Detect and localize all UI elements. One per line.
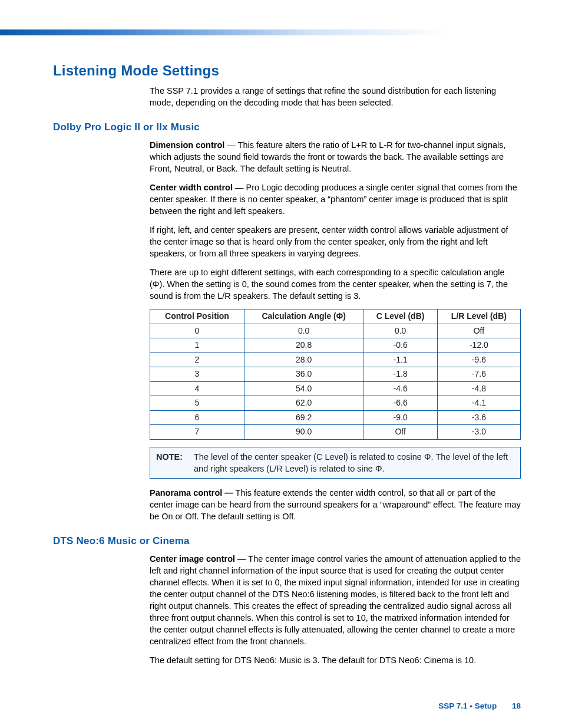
dimension-control-paragraph: Dimension control — This feature alters … [150, 139, 521, 174]
th-calc-angle: Calculation Angle (Φ) [244, 309, 363, 324]
panorama-control-label: Panorama control — [150, 488, 233, 498]
center-image-paragraph: Center image control — The center image … [150, 553, 521, 647]
cell: -9.0 [363, 410, 437, 425]
center-width-label: Center width control [150, 183, 233, 192]
cell: 4 [150, 381, 244, 396]
cell: -0.6 [363, 338, 437, 353]
note-label: NOTE: [156, 451, 194, 475]
center-image-label: Center image control [150, 554, 235, 564]
section-heading-dts: DTS Neo:6 Music or Cinema [53, 535, 521, 547]
table-row: 3 36.0 -1.8 -7.6 [150, 367, 521, 382]
cell: 3 [150, 367, 244, 382]
table-row: 6 69.2 -9.0 -3.6 [150, 410, 521, 425]
note-box: NOTE: The level of the center speaker (C… [150, 447, 521, 479]
table-header-row: Control Position Calculation Angle (Φ) C… [150, 309, 521, 324]
cell: -4.1 [437, 396, 520, 411]
cell: 2 [150, 353, 244, 367]
th-control-position: Control Position [150, 309, 244, 324]
cell: -6.6 [363, 396, 437, 411]
center-width-paragraph-2: If right, left, and center speakers are … [150, 224, 521, 259]
document-page: Listening Mode Settings The SSP 7.1 prov… [0, 35, 562, 728]
cell: 0 [150, 324, 244, 338]
cell: -1.1 [363, 353, 437, 367]
page-footer: SSP 7.1 • Setup 18 [53, 701, 521, 710]
th-c-level: C Level (dB) [363, 309, 437, 324]
cell: -4.8 [437, 381, 520, 396]
footer-page-number: 18 [512, 701, 521, 710]
dts-defaults-paragraph: The default setting for DTS Neo6: Music … [150, 654, 521, 666]
cell: 0.0 [363, 324, 437, 338]
intro-paragraph: The SSP 7.1 provides a range of settings… [150, 85, 521, 108]
cell: -9.6 [437, 353, 520, 367]
header-accent-bar [0, 29, 562, 35]
cell: -12.0 [437, 338, 520, 353]
dimension-control-label: Dimension control [150, 140, 224, 150]
footer-doc-title: SSP 7.1 • Setup [438, 701, 497, 710]
th-lr-level: L/R Level (dB) [437, 309, 520, 324]
table-row: 2 28.0 -1.1 -9.6 [150, 353, 521, 367]
dts-content: Center image control — The center image … [150, 553, 521, 666]
cell: -3.6 [437, 410, 520, 425]
cell: 7 [150, 425, 244, 440]
cell: Off [437, 324, 520, 338]
cell: -1.8 [363, 367, 437, 382]
cell: -3.0 [437, 425, 520, 440]
cell: 1 [150, 338, 244, 353]
cell: 5 [150, 396, 244, 411]
section-heading-dolby: Dolby Pro Logic II or IIx Music [53, 121, 521, 133]
cell: 62.0 [244, 396, 363, 411]
center-width-paragraph-3: There are up to eight different settings… [150, 266, 521, 302]
table-row: 5 62.0 -6.6 -4.1 [150, 396, 521, 411]
cell: 28.0 [244, 353, 363, 367]
center-width-table: Control Position Calculation Angle (Φ) C… [150, 309, 521, 440]
center-width-paragraph-1: Center width control — Pro Logic decodin… [150, 182, 521, 217]
note-text: The level of the center speaker (C Level… [194, 451, 514, 475]
center-image-text: — The center image control varies the am… [150, 554, 521, 646]
cell: Off [363, 425, 437, 440]
cell: -4.6 [363, 381, 437, 396]
table-row: 7 90.0 Off -3.0 [150, 425, 521, 440]
cell: 54.0 [244, 381, 363, 396]
cell: 6 [150, 410, 244, 425]
cell: 69.2 [244, 410, 363, 425]
cell: 0.0 [244, 324, 363, 338]
cell: 36.0 [244, 367, 363, 382]
table-row: 4 54.0 -4.6 -4.8 [150, 381, 521, 396]
cell: 20.8 [244, 338, 363, 353]
dolby-content: Dimension control — This feature alters … [150, 139, 521, 522]
cell: -7.6 [437, 367, 520, 382]
page-title: Listening Mode Settings [53, 62, 521, 79]
table-row: 0 0.0 0.0 Off [150, 324, 521, 338]
table-row: 1 20.8 -0.6 -12.0 [150, 338, 521, 353]
panorama-control-paragraph: Panorama control — This feature extends … [150, 487, 521, 522]
intro-block: The SSP 7.1 provides a range of settings… [150, 85, 521, 108]
cell: 90.0 [244, 425, 363, 440]
